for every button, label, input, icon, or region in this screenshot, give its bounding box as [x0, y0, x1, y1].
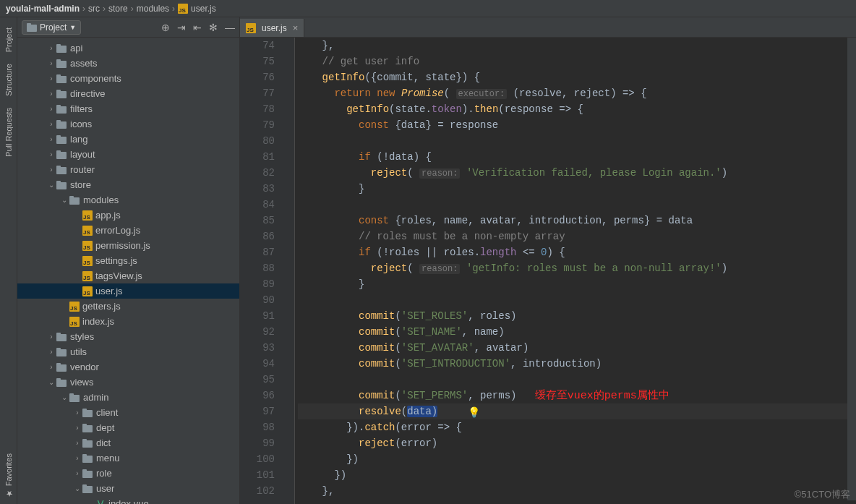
tree-item-lang[interactable]: ›lang [17, 132, 239, 147]
tree-item-label: layout [70, 149, 95, 160]
chevron-icon[interactable]: › [46, 135, 56, 143]
chevron-icon[interactable]: › [46, 363, 56, 371]
tree-item-getters-js[interactable]: JSgetters.js [17, 299, 239, 314]
locate-icon[interactable]: ⊕ [161, 22, 170, 33]
editor-panel: JS user.js × 747576777879808182838485868… [240, 17, 856, 504]
tree-item-label: settings.js [95, 255, 137, 266]
tree-item-menu[interactable]: ›menu [17, 450, 239, 466]
tree-item-settings-js[interactable]: JSsettings.js [17, 253, 239, 268]
tree-item-label: dict [96, 437, 111, 448]
chevron-right-icon: › [131, 4, 134, 14]
project-view-selector[interactable]: Project ▼ [22, 20, 81, 35]
chevron-icon[interactable]: › [46, 150, 56, 158]
tree-item-components[interactable]: ›components [17, 71, 239, 86]
chevron-icon[interactable]: ⌄ [59, 196, 69, 204]
scrollbar-track[interactable] [847, 38, 856, 500]
tree-item-views[interactable]: ⌄views [17, 375, 239, 390]
hide-icon[interactable]: — [225, 22, 235, 33]
tree-item-client[interactable]: ›client [17, 405, 239, 420]
expand-all-icon[interactable]: ⇥ [177, 22, 186, 33]
crumb-src[interactable]: src [88, 4, 100, 14]
chevron-icon[interactable]: › [72, 454, 82, 462]
svg-rect-11 [56, 105, 61, 108]
crumb-file[interactable]: JSuser.js [178, 4, 216, 14]
tool-tab-structure[interactable]: Structure [3, 58, 14, 102]
tree-item-tagsView-js[interactable]: JStagsView.js [17, 268, 239, 283]
chevron-icon[interactable]: › [72, 469, 82, 477]
fold-column[interactable] [285, 38, 295, 504]
chevron-icon[interactable]: ⌄ [46, 181, 56, 189]
chevron-icon[interactable]: › [46, 348, 56, 356]
chevron-icon[interactable]: › [72, 409, 82, 417]
project-header: Project ▼ ⊕ ⇥ ⇤ ✻ — [17, 17, 239, 38]
tree-item-store[interactable]: ⌄store [17, 177, 239, 192]
chevron-icon[interactable]: › [72, 439, 82, 447]
code-editor[interactable]: 7475767778798081828384858687888990919293… [240, 38, 856, 504]
tree-item-errorLog-js[interactable]: JSerrorLog.js [17, 223, 239, 238]
close-icon[interactable]: × [293, 22, 299, 33]
chevron-icon[interactable]: › [46, 105, 56, 113]
tree-item-admin[interactable]: ⌄admin [17, 390, 239, 405]
tree-item-dept[interactable]: ›dept [17, 420, 239, 435]
js-icon: JS [82, 226, 93, 236]
chevron-icon[interactable]: ⌄ [72, 484, 82, 492]
tree-item-index-js[interactable]: JSindex.js [17, 314, 239, 329]
tree-item-layout[interactable]: ›layout [17, 147, 239, 162]
chevron-icon[interactable]: › [46, 333, 56, 341]
chevron-icon[interactable]: › [46, 74, 56, 82]
tool-tab-favorites[interactable]: ★Favorites [2, 448, 14, 504]
folder-icon [27, 23, 37, 32]
tool-tab-project[interactable]: Project [3, 22, 14, 58]
project-tree[interactable]: ›api›assets›components›directive›filters… [17, 38, 239, 504]
chevron-icon[interactable]: › [46, 44, 56, 52]
tree-item-label: utils [70, 346, 87, 357]
tool-tab-pull-requests[interactable]: Pull Requests [3, 102, 14, 163]
tree-item-user-js[interactable]: JSuser.js [17, 283, 239, 299]
collapse-all-icon[interactable]: ⇤ [193, 22, 202, 33]
chevron-icon[interactable]: › [46, 166, 56, 174]
tree-item-user[interactable]: ⌄user [17, 481, 239, 496]
tree-item-router[interactable]: ›router [17, 162, 239, 177]
tree-item-icons[interactable]: ›icons [17, 116, 239, 132]
tree-item-assets[interactable]: ›assets [17, 56, 239, 71]
tree-item-index-vue[interactable]: Vindex.vue [17, 496, 239, 504]
tree-item-directive[interactable]: ›directive [17, 86, 239, 101]
tree-item-vendor[interactable]: ›vendor [17, 359, 239, 375]
svg-rect-23 [69, 196, 74, 199]
chevron-icon[interactable]: ⌄ [46, 378, 56, 386]
chevron-icon[interactable]: › [46, 59, 56, 67]
tree-item-styles[interactable]: ›styles [17, 329, 239, 344]
tree-item-utils[interactable]: ›utils [17, 344, 239, 359]
folder-icon [56, 74, 67, 83]
tree-item-label: errorLog.js [95, 225, 140, 236]
tree-item-api[interactable]: ›api [17, 40, 239, 56]
crumb-modules[interactable]: modules [137, 4, 169, 14]
folder-icon [82, 409, 93, 417]
tree-item-filters[interactable]: ›filters [17, 101, 239, 116]
tree-item-label: api [70, 43, 82, 54]
crumb-store[interactable]: store [108, 4, 128, 14]
chevron-icon[interactable]: › [46, 90, 56, 98]
chevron-icon[interactable]: › [46, 120, 56, 128]
tree-item-label: getters.js [82, 301, 121, 312]
tree-item-app-js[interactable]: JSapp.js [17, 208, 239, 223]
chevron-icon[interactable]: ⌄ [59, 393, 69, 401]
svg-rect-7 [56, 74, 61, 77]
tree-item-label: modules [83, 195, 119, 205]
code-content[interactable]: }, // get user info getInfo({commit, sta… [295, 38, 856, 504]
tree-item-label: directive [70, 88, 105, 99]
folder-icon [56, 105, 67, 114]
tree-item-role[interactable]: ›role [17, 466, 239, 481]
tree-item-label: styles [70, 331, 94, 342]
tree-item-modules[interactable]: ⌄modules [17, 192, 239, 208]
tree-item-permission-js[interactable]: JSpermission.js [17, 238, 239, 253]
crumb-root[interactable]: youlai-mall-admin [6, 4, 80, 14]
tree-item-dict[interactable]: ›dict [17, 435, 239, 450]
folder-icon [82, 484, 93, 493]
intention-bulb-icon[interactable]: 💡 [468, 405, 480, 421]
chevron-icon[interactable]: › [72, 424, 82, 432]
gear-icon[interactable]: ✻ [209, 22, 218, 33]
editor-tab-user-js[interactable]: JS user.js × [240, 19, 304, 37]
tree-item-label: index.js [82, 316, 114, 327]
folder-icon [56, 135, 67, 144]
